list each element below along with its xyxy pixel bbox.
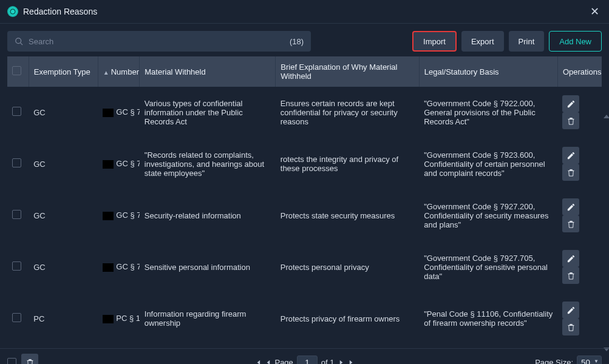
svg-point-0 <box>16 38 21 43</box>
col-basis[interactable]: Legal/Statutory Basis <box>419 56 557 87</box>
cell-operations <box>557 241 602 293</box>
page-size-label: Page Size: <box>535 358 573 365</box>
titlebar: Redaction Reasons ✕ <box>0 0 609 24</box>
cell-brief: Protects state security measures <box>276 190 419 241</box>
cell-brief: Ensures certain records are kept confide… <box>276 87 419 138</box>
footer: Page of 1 Page Size: 50 <box>0 348 609 364</box>
page-label: Page <box>274 358 293 365</box>
col-exemption-type[interactable]: Exemption Type <box>29 56 98 87</box>
cell-operations <box>557 293 602 345</box>
cell-material: Information regarding firearm ownership <box>140 293 276 345</box>
app-logo-icon <box>7 6 18 17</box>
redacted-block-icon <box>103 109 114 117</box>
table-row: GC GC § 79 "Records related to complaint… <box>7 138 602 190</box>
cell-basis: "Government Code § 7927.200, Confidentia… <box>419 190 557 241</box>
cell-operations <box>557 138 602 190</box>
search-count: (18) <box>290 37 304 46</box>
table-row: GC GC § 79 Sensitive personal informatio… <box>7 241 602 293</box>
edit-button[interactable] <box>562 302 579 318</box>
bulk-delete-button[interactable] <box>21 354 38 364</box>
page-prev-icon[interactable] <box>264 359 271 365</box>
delete-button[interactable] <box>562 112 579 129</box>
row-checkbox[interactable] <box>12 261 21 271</box>
row-checkbox[interactable] <box>12 107 21 116</box>
cell-basis: "Penal Code § 11106, Confidentiality of … <box>419 293 557 345</box>
cell-operations <box>557 87 602 138</box>
edit-button[interactable] <box>562 250 579 267</box>
delete-button[interactable] <box>562 164 579 181</box>
window-title: Redaction Reasons <box>23 7 97 16</box>
delete-button[interactable] <box>562 215 579 232</box>
cell-number: GC § 79 <box>98 241 139 293</box>
col-material[interactable]: Material Withheld <box>140 56 276 87</box>
cell-number: GC § 79 <box>98 190 139 241</box>
vertical-scrollbar[interactable] <box>604 115 609 351</box>
col-brief[interactable]: Brief Explanation of Why Material Withhe… <box>276 56 419 87</box>
cell-basis: "Government Code § 7923.600, Confidentia… <box>419 138 557 190</box>
page-next-icon[interactable] <box>338 359 345 365</box>
cell-brief: Protects personal privacy <box>276 241 419 293</box>
edit-button[interactable] <box>562 198 579 215</box>
print-button[interactable]: Print <box>509 31 545 52</box>
col-operations: Operations <box>557 56 602 87</box>
cell-material: Sensitive personal information <box>140 241 276 293</box>
redacted-block-icon <box>103 315 114 323</box>
cell-brief: Protects privacy of firearm owners <box>276 293 419 345</box>
table-wrap: Exemption Type ▲Number Material Withheld… <box>7 56 602 345</box>
table-row: GC GC § 79 Security-related information … <box>7 190 602 241</box>
page-size: Page Size: 50 <box>535 356 602 365</box>
page-input[interactable] <box>297 356 318 364</box>
sort-asc-icon: ▲ <box>103 69 109 76</box>
svg-line-1 <box>20 42 22 45</box>
select-all-checkbox[interactable] <box>12 66 21 75</box>
redacted-block-icon <box>103 160 114 169</box>
cell-exemption-type: GC <box>29 241 98 293</box>
close-icon[interactable]: ✕ <box>588 5 602 18</box>
page-last-icon[interactable] <box>349 359 355 365</box>
scroll-up-icon[interactable] <box>604 115 609 118</box>
search-icon <box>15 37 24 46</box>
redacted-block-icon <box>103 263 114 272</box>
add-new-button[interactable]: Add New <box>549 31 602 52</box>
page-first-icon[interactable] <box>254 359 260 365</box>
table-row: PC PC § 11 Information regarding firearm… <box>7 293 602 345</box>
cell-exemption-type: GC <box>29 138 98 190</box>
export-button[interactable]: Export <box>461 31 504 52</box>
cell-exemption-type: GC <box>29 87 98 138</box>
toolbar: (18) Import Export Print Add New <box>0 24 609 56</box>
search-input[interactable] <box>24 37 290 46</box>
page-size-select[interactable]: 50 <box>577 356 602 365</box>
pager: Page of 1 <box>254 356 355 364</box>
cell-material: Various types of confidential informatio… <box>140 87 276 138</box>
cell-basis: "Government Code § 7922.000, General pro… <box>419 87 557 138</box>
table-header-row: Exemption Type ▲Number Material Withheld… <box>7 56 602 87</box>
cell-material: "Records related to complaints, investig… <box>140 138 276 190</box>
redacted-block-icon <box>103 212 114 220</box>
cell-basis: "Government Code § 7927.705, Confidentia… <box>419 241 557 293</box>
cell-material: Security-related information <box>140 190 276 241</box>
row-checkbox[interactable] <box>12 158 21 167</box>
delete-button[interactable] <box>562 267 579 284</box>
col-number[interactable]: ▲Number <box>98 56 139 87</box>
cell-brief: rotects the integrity and privacy of the… <box>276 138 419 190</box>
cell-number: GC § 79 <box>98 138 139 190</box>
cell-number: GC § 79 <box>98 87 139 138</box>
footer-select-all-checkbox[interactable] <box>7 358 16 365</box>
row-checkbox[interactable] <box>12 210 21 219</box>
import-button[interactable]: Import <box>412 31 457 52</box>
cell-number: PC § 11 <box>98 293 139 345</box>
page-of-label: of 1 <box>321 358 335 365</box>
cell-exemption-type: GC <box>29 190 98 241</box>
table-row: GC GC § 79 Various types of confidential… <box>7 87 602 138</box>
edit-button[interactable] <box>562 95 579 112</box>
delete-button[interactable] <box>562 318 579 335</box>
row-checkbox[interactable] <box>12 313 21 322</box>
cell-exemption-type: PC <box>29 293 98 345</box>
redaction-table: Exemption Type ▲Number Material Withheld… <box>7 56 602 345</box>
cell-operations <box>557 190 602 241</box>
edit-button[interactable] <box>562 147 579 164</box>
search-input-wrap[interactable]: (18) <box>7 31 311 52</box>
